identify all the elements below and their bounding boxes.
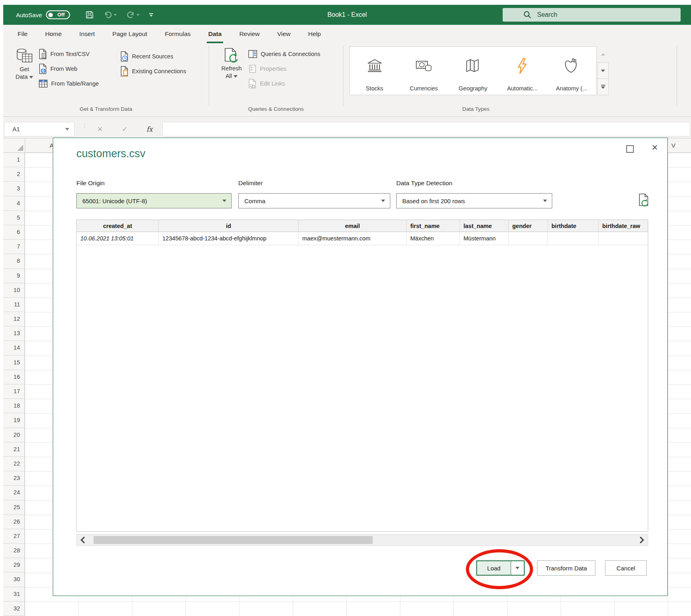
row-header[interactable]: 7	[3, 240, 25, 254]
delimiter-select[interactable]: Comma	[238, 193, 390, 208]
close-icon[interactable]: ×	[652, 141, 658, 153]
row-header[interactable]: 18	[3, 399, 25, 413]
cancel-button[interactable]: Cancel	[605, 560, 647, 576]
ribbon-tab[interactable]: File	[9, 25, 36, 43]
row-header[interactable]: 17	[3, 384, 25, 399]
scroll-left-icon[interactable]	[81, 537, 88, 544]
column-header[interactable]: email	[299, 220, 407, 232]
column-header[interactable]: first_name	[407, 220, 460, 232]
row-header[interactable]: 27	[3, 529, 25, 544]
gallery-more-button[interactable]	[597, 78, 609, 95]
row-header[interactable]: 3	[3, 182, 25, 196]
column-header[interactable]: created_at	[77, 220, 159, 232]
name-box-dropdown-icon[interactable]	[65, 128, 69, 130]
file-origin-label: File Origin	[76, 180, 105, 187]
row-header[interactable]: 16	[3, 370, 25, 384]
row-header[interactable]: 5	[3, 211, 25, 225]
ribbon-tab[interactable]: Formulas	[156, 25, 200, 43]
column-header[interactable]: last_name	[460, 220, 509, 232]
from-web-button[interactable]: From Web	[38, 62, 77, 76]
confirm-entry-icon[interactable]: ✓	[117, 122, 133, 136]
refresh-preview-icon[interactable]	[638, 193, 650, 207]
cancel-entry-icon[interactable]: ×	[92, 122, 108, 136]
file-origin-select[interactable]: 65001: Unicode (UTF-8)	[76, 193, 232, 208]
row-header[interactable]: 2	[3, 167, 25, 182]
scrollbar-thumb[interactable]	[94, 536, 373, 544]
from-text-csv-button[interactable]: From Text/CSV	[38, 47, 90, 61]
ribbon-tab[interactable]: Data	[200, 25, 231, 43]
row-header[interactable]: 26	[3, 515, 25, 529]
row-header[interactable]: 19	[3, 413, 25, 428]
row-header[interactable]: 8	[3, 254, 25, 268]
from-table-range-button[interactable]: From Table/Range	[38, 77, 99, 90]
formula-bar-grip[interactable]: ⋮	[82, 124, 87, 127]
maximize-icon[interactable]	[626, 145, 634, 153]
row-header[interactable]: 32	[3, 602, 25, 616]
ribbon-tab-bar: FileHomeInsertPage LayoutFormulasDataRev…	[3, 25, 691, 43]
row-header[interactable]: 4	[3, 196, 25, 211]
row-header[interactable]: 23	[3, 471, 25, 486]
automatic-data-type[interactable]: Automatic...	[498, 47, 547, 95]
existing-connections-button[interactable]: Existing Connections	[120, 64, 186, 78]
row-header[interactable]: 10	[3, 283, 25, 298]
row-header[interactable]: 1	[3, 153, 25, 167]
text-csv-file-icon	[38, 49, 47, 59]
cell-last-name: Müstermann	[460, 232, 509, 245]
ribbon-tab[interactable]: Home	[36, 25, 70, 43]
active-cell-reference: A1	[12, 126, 65, 133]
select-all-corner[interactable]	[3, 138, 25, 152]
column-header[interactable]: id	[159, 220, 299, 232]
row-header[interactable]: 6	[3, 225, 25, 240]
ribbon-tab[interactable]: View	[268, 25, 299, 43]
search-placeholder: Search	[537, 11, 557, 18]
get-data-button[interactable]: Get Data	[10, 47, 38, 81]
row-header[interactable]: 20	[3, 428, 25, 442]
row-header[interactable]: 22	[3, 457, 25, 471]
gallery-scroll-down-button[interactable]	[597, 62, 609, 79]
row-header[interactable]: 31	[3, 587, 25, 602]
geography-data-type[interactable]: Geography	[448, 47, 497, 95]
row-header[interactable]: 21	[3, 442, 25, 457]
column-header[interactable]: birthdate_raw	[599, 220, 648, 232]
row-header[interactable]: 13	[3, 326, 25, 341]
row-header[interactable]: 11	[3, 298, 25, 312]
row-header[interactable]: 14	[3, 341, 25, 355]
row-header[interactable]: 24	[3, 486, 25, 500]
properties-button: Properties	[248, 62, 286, 76]
recent-sources-button[interactable]: Recent Sources	[120, 50, 173, 63]
ribbon-tab[interactable]: Review	[230, 25, 268, 43]
ribbon-tab[interactable]: Page Layout	[104, 25, 156, 43]
transform-data-button[interactable]: Transform Data	[537, 560, 595, 576]
preview-table: created_atidemailfirst_namelast_namegend…	[76, 220, 648, 532]
scroll-right-icon[interactable]	[637, 537, 644, 544]
ribbon: Get Data From Text/CSV From Web From Tab	[3, 43, 691, 117]
row-header[interactable]: 30	[3, 572, 25, 587]
row-header[interactable]: 29	[3, 558, 25, 572]
row-header[interactable]: 9	[3, 269, 25, 283]
row-header[interactable]: 25	[3, 500, 25, 515]
column-header[interactable]: birthdate	[548, 220, 599, 232]
queries-connections-button[interactable]: Queries & Connections	[248, 47, 320, 61]
column-header-v[interactable]: V	[665, 138, 681, 152]
currencies-icon	[415, 47, 433, 85]
row-header[interactable]: 12	[3, 312, 25, 326]
edit-links-icon	[248, 79, 257, 88]
name-box[interactable]: A1	[4, 122, 74, 136]
stocks-data-type[interactable]: Stocks	[350, 47, 399, 95]
horizontal-scrollbar[interactable]	[76, 534, 648, 546]
row-header[interactable]: 28	[3, 544, 25, 558]
row-header[interactable]: 15	[3, 356, 25, 370]
data-type-detection-select[interactable]: Based on first 200 rows	[396, 193, 552, 208]
column-header[interactable]: gender	[509, 220, 548, 232]
currencies-data-type[interactable]: Currencies	[399, 47, 448, 95]
cell-first-name: Mäxchen	[407, 232, 460, 245]
anatomy-data-type[interactable]: Anatomy (...	[547, 47, 596, 95]
refresh-all-button[interactable]: Refresh All	[218, 47, 246, 80]
chevron-down-icon	[381, 200, 385, 202]
gallery-scroll-up-button[interactable]	[597, 46, 609, 63]
search-input[interactable]: Search	[503, 8, 681, 22]
formula-input[interactable]	[162, 122, 690, 136]
insert-function-icon[interactable]: fx	[142, 122, 158, 136]
ribbon-tab[interactable]: Help	[300, 25, 330, 43]
ribbon-tab[interactable]: Insert	[70, 25, 104, 43]
